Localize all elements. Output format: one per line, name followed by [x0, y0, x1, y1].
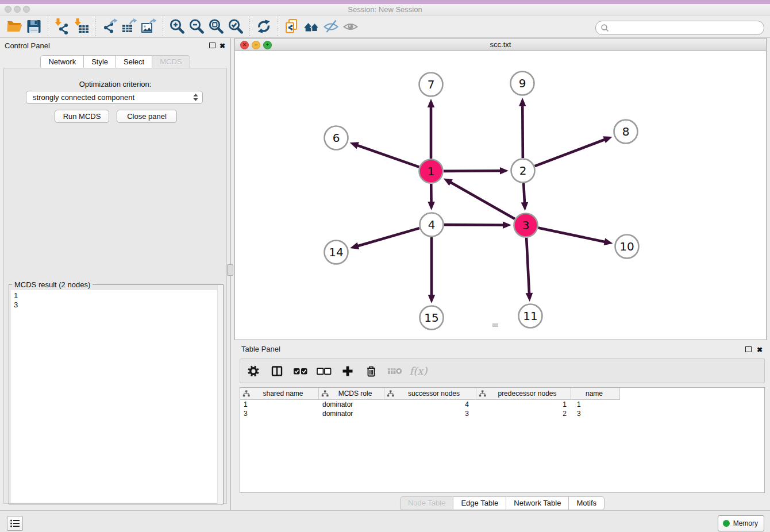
- zoom-fit-icon: [207, 18, 225, 35]
- session-share-button[interactable]: [282, 17, 302, 36]
- close-panel-button[interactable]: Close panel: [117, 110, 177, 123]
- export-network-button[interactable]: [100, 17, 120, 36]
- create-column-button[interactable]: [340, 364, 355, 379]
- save-session-button[interactable]: [24, 17, 44, 36]
- graph-node-6[interactable]: 6: [325, 126, 348, 150]
- tab-motifs[interactable]: Motifs: [568, 496, 605, 510]
- open-session-button[interactable]: [5, 17, 24, 36]
- network-canvas[interactable]: 7968124314101511: [235, 51, 766, 340]
- table-row[interactable]: 3dominator323: [240, 409, 764, 418]
- tab-style[interactable]: Style: [83, 55, 116, 69]
- graph-node-9[interactable]: 9: [511, 72, 534, 95]
- column-header-successor-nodes[interactable]: successor nodes: [384, 388, 476, 400]
- memory-label: Memory: [733, 519, 758, 527]
- panel-divider-grip[interactable]: [227, 264, 233, 276]
- table-float-icon[interactable]: [745, 346, 752, 352]
- status-bar: Memory: [0, 510, 770, 532]
- graph-node-8[interactable]: 8: [614, 120, 638, 144]
- window-minimize-button[interactable]: [14, 6, 21, 13]
- houses-icon: [303, 18, 320, 35]
- mcds-result-title: MCDS result (2 nodes): [12, 280, 93, 289]
- import-table-button[interactable]: [72, 17, 91, 36]
- task-history-button[interactable]: [7, 516, 23, 531]
- column-header-predecessor-nodes[interactable]: predecessor nodes: [476, 388, 571, 400]
- window-close-button[interactable]: [5, 6, 11, 13]
- tab-mcds[interactable]: MCDS: [152, 55, 190, 69]
- network-minimize-button[interactable]: −: [252, 41, 260, 49]
- optimization-criterion-select[interactable]: strongly connected component: [26, 91, 203, 104]
- graph-node-10[interactable]: 10: [615, 235, 639, 259]
- refresh-icon: [255, 18, 272, 35]
- zoom-selected-button[interactable]: [226, 17, 245, 36]
- hide-graphics-button[interactable]: [321, 17, 341, 36]
- graph-node-7[interactable]: 7: [419, 73, 443, 97]
- tab-edge-table[interactable]: Edge Table: [453, 496, 506, 510]
- titlebar-accent-strip: [0, 0, 770, 4]
- zoom-in-icon: [168, 18, 186, 35]
- window-zoom-button[interactable]: [23, 6, 30, 13]
- import-network-button[interactable]: [52, 17, 72, 36]
- memory-button[interactable]: Memory: [718, 515, 764, 531]
- zoom-fit-button[interactable]: [206, 17, 226, 36]
- sort-tree-icon: [479, 390, 486, 397]
- network-title: scc.txt: [235, 38, 766, 51]
- delete-columns-button[interactable]: [364, 364, 379, 379]
- run-mcds-button[interactable]: Run MCDS: [55, 110, 109, 123]
- table-cell: dominator: [319, 409, 384, 418]
- close-panel-icon[interactable]: ✖: [220, 43, 225, 49]
- column-header-MCDS-role[interactable]: MCDS role: [319, 388, 384, 400]
- eye-icon: [342, 18, 359, 35]
- documents-share-icon: [283, 18, 301, 35]
- table-toolbar: f(x): [240, 358, 765, 383]
- tab-select[interactable]: Select: [116, 55, 152, 69]
- fx-icon: f(x): [410, 365, 428, 377]
- graph-node-14[interactable]: 14: [325, 241, 348, 264]
- graph-node-1[interactable]: 1: [419, 160, 443, 183]
- select-spinner-icon: [193, 93, 198, 103]
- tab-network-table[interactable]: Network Table: [506, 496, 569, 510]
- save-icon: [25, 18, 43, 35]
- export-image-button[interactable]: [139, 17, 159, 36]
- export-table-button[interactable]: [120, 17, 139, 36]
- unselect-all-icon: [317, 367, 332, 376]
- graph-node-4[interactable]: 4: [420, 213, 444, 237]
- network-resize-grip[interactable]: [492, 323, 498, 327]
- svg-text:1: 1: [428, 164, 435, 178]
- panel-split-button[interactable]: [270, 364, 284, 379]
- graph-node-2[interactable]: 2: [511, 159, 535, 183]
- table-cell: 3: [571, 409, 620, 418]
- graph-node-3[interactable]: 3: [514, 214, 538, 237]
- mcds-result-text[interactable]: 1 3: [11, 290, 221, 503]
- network-window-titlebar: ✕ − + scc.txt: [235, 38, 766, 51]
- svg-text:4: 4: [428, 218, 436, 232]
- zoom-out-button[interactable]: [187, 17, 206, 36]
- zoom-in-button[interactable]: [167, 17, 187, 36]
- table-cell: 3: [240, 409, 319, 418]
- svg-text:2: 2: [519, 164, 527, 178]
- graph-node-11[interactable]: 11: [519, 304, 542, 328]
- tab-network[interactable]: Network: [40, 55, 84, 69]
- tab-node-table[interactable]: Node Table: [400, 496, 454, 510]
- split-panel-icon: [271, 365, 283, 377]
- table-close-icon[interactable]: ✖: [757, 346, 763, 353]
- network-close-button[interactable]: ✕: [240, 41, 249, 49]
- apply-layout-button[interactable]: [254, 17, 274, 36]
- search-input[interactable]: [611, 22, 764, 33]
- table-row[interactable]: 1dominator411: [240, 400, 764, 409]
- float-panel-icon[interactable]: [209, 43, 215, 48]
- column-header-name[interactable]: name: [571, 388, 620, 400]
- unselect-all-columns-button[interactable]: [317, 364, 332, 379]
- mcds-result-group: MCDS result (2 nodes) 1 3: [9, 284, 224, 504]
- table-tabs: Node TableEdge TableNetwork TableMotifs: [234, 496, 770, 510]
- table-cell: 4: [384, 400, 476, 409]
- column-header-shared-name[interactable]: shared name: [240, 388, 319, 400]
- home-button[interactable]: [302, 17, 321, 36]
- svg-text:15: 15: [424, 311, 438, 325]
- search-box[interactable]: [595, 21, 764, 35]
- network-maximize-button[interactable]: +: [263, 41, 272, 49]
- column-settings-button[interactable]: [246, 364, 261, 379]
- graph-node-15[interactable]: 15: [420, 306, 444, 330]
- result-scrollbar[interactable]: [217, 285, 223, 504]
- select-all-columns-button[interactable]: [293, 364, 308, 379]
- export-image-icon: [140, 18, 157, 35]
